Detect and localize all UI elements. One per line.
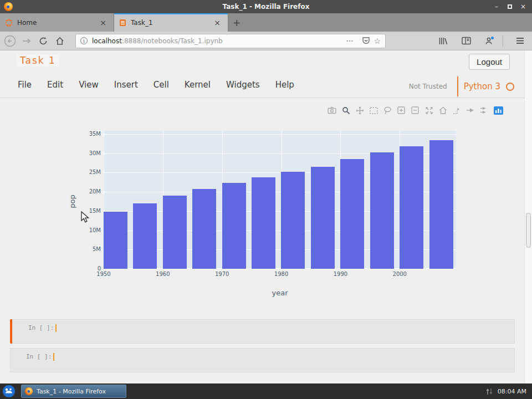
kernel-name: Python 3 [464, 81, 500, 91]
cell-prompt: In [ ]: [26, 353, 52, 360]
menu-item-view[interactable]: View [79, 80, 99, 90]
x-tick-label: 1970 [208, 271, 236, 277]
window-titlebar: Task_1 - Mozilla Firefox – × [0, 0, 532, 13]
plotly-modebar [327, 105, 503, 115]
trust-status-button[interactable]: Not Trusted [405, 80, 452, 93]
bar-1952[interactable] [104, 212, 127, 269]
clock: 08:04 AM [498, 388, 526, 395]
notebook-page: Task 1 Logout FileEditViewInsertCellKern… [0, 50, 532, 383]
scrollbar-thumb[interactable] [526, 213, 531, 248]
x-tick-label: 1950 [90, 271, 117, 277]
back-icon[interactable] [3, 34, 17, 48]
window-title: Task_1 - Mozilla Firefox [0, 3, 532, 11]
box-select-icon[interactable] [369, 105, 378, 115]
bar-2007[interactable] [429, 140, 453, 269]
cell-input-area[interactable]: In [ ]: [10, 348, 515, 372]
y-axis-title: pop [68, 195, 76, 208]
bar-1957[interactable] [133, 203, 157, 269]
cell-input-area[interactable]: In [ ]: [12, 319, 515, 344]
network-icon[interactable] [485, 388, 493, 395]
menu-item-insert[interactable]: Insert [114, 80, 138, 90]
notebook-title[interactable]: Task 1 [17, 54, 59, 66]
x-tick-label: 1990 [326, 271, 354, 277]
close-tab-icon[interactable]: × [212, 18, 223, 27]
bar-1967[interactable] [192, 189, 216, 269]
menu-item-widgets[interactable]: Widgets [226, 80, 260, 90]
close-icon[interactable]: × [519, 3, 527, 11]
bar-1992[interactable] [340, 159, 364, 269]
desktop-taskbar: Task_1 - Mozilla Firefox 08:04 AM [0, 383, 532, 399]
jupyter-planet-icon [5, 19, 13, 27]
x-axis-title: year [258, 289, 302, 297]
bar-1987[interactable] [311, 167, 335, 269]
menu-item-help[interactable]: Help [275, 80, 294, 90]
plotly-logo-icon[interactable] [493, 105, 503, 115]
bar-1962[interactable] [163, 196, 187, 269]
mouse-cursor [81, 211, 90, 223]
kernel-idle-icon [506, 83, 514, 91]
notebook-menubar: FileEditViewInsertCellKernelWidgetsHelp [18, 80, 294, 90]
camera-icon[interactable] [327, 105, 337, 115]
toolbar-separator [503, 35, 503, 47]
sidebars-icon[interactable] [459, 34, 473, 48]
tab-home[interactable]: Home × [0, 13, 114, 32]
forward-icon[interactable] [20, 34, 33, 48]
bar-1972[interactable] [222, 183, 246, 269]
url-text: localhost:8888/notebooks/Task_1.ipynb [92, 37, 223, 45]
hover-compare-icon[interactable] [479, 105, 489, 115]
browser-toolbar: i localhost:8888/notebooks/Task_1.ipynb … [0, 32, 532, 50]
page-actions-icon[interactable]: ⋯ [346, 37, 354, 45]
taskbar-window-button[interactable]: Task_1 - Mozilla Firefox [21, 385, 126, 398]
code-cell[interactable]: In [ ]: [10, 348, 515, 372]
menu-item-kernel[interactable]: Kernel [185, 80, 211, 90]
hover-closest-icon[interactable] [466, 105, 475, 115]
menu-item-file[interactable]: File [18, 80, 32, 90]
y-tick-label: 5M [68, 246, 101, 252]
autoscale-icon[interactable] [424, 105, 434, 115]
spikelines-icon[interactable] [452, 105, 462, 115]
menu-item-cell[interactable]: Cell [154, 80, 169, 90]
x-tick-label: 1980 [268, 271, 295, 277]
code-cell[interactable]: In [ ]: [10, 319, 515, 344]
logout-button[interactable]: Logout [469, 54, 510, 70]
minimize-icon[interactable]: – [493, 3, 500, 11]
page-scrollbar[interactable] [524, 50, 532, 383]
zoom-in-icon[interactable] [396, 105, 406, 115]
url-bar[interactable]: i localhost:8888/notebooks/Task_1.ipynb … [75, 34, 386, 48]
menu-hamburger-icon[interactable] [513, 34, 526, 48]
applications-menu-icon[interactable] [3, 385, 15, 397]
y-tick-label: 25M [68, 169, 101, 175]
account-icon[interactable] [483, 34, 496, 48]
y-tick-label: 30M [68, 150, 101, 156]
tab-task1[interactable]: Task_1 × [114, 13, 228, 32]
maximize-icon[interactable] [506, 3, 514, 11]
tab-label: Home [17, 19, 98, 27]
library-icon[interactable] [436, 34, 449, 48]
reload-icon[interactable] [37, 34, 50, 48]
pan-icon[interactable] [355, 105, 365, 115]
new-tab-button[interactable]: + [228, 13, 245, 32]
bar-2002[interactable] [400, 146, 423, 269]
y-tick-label: 20M [68, 188, 101, 195]
site-info-icon[interactable]: i [80, 37, 88, 44]
notebook-file-icon [119, 19, 126, 27]
firefox-icon [25, 387, 33, 395]
cell-prompt: In [ ]: [28, 324, 54, 331]
zoom-out-icon[interactable] [410, 105, 420, 115]
header-divider [0, 98, 524, 98]
bar-1997[interactable] [370, 152, 394, 269]
bar-1977[interactable] [252, 177, 275, 269]
home-icon[interactable] [53, 34, 66, 48]
menu-item-edit[interactable]: Edit [47, 80, 63, 90]
pocket-icon[interactable] [359, 34, 372, 48]
reset-axes-icon[interactable] [438, 105, 448, 115]
bookmark-star-icon[interactable]: ☆ [374, 37, 381, 45]
text-caret [55, 324, 57, 332]
y-gridline [103, 134, 456, 135]
bar-1982[interactable] [281, 172, 305, 269]
plot-area[interactable] [103, 131, 456, 269]
close-tab-icon[interactable]: × [98, 18, 109, 27]
zoom-icon[interactable] [341, 105, 351, 115]
lasso-select-icon[interactable] [382, 105, 392, 115]
x-tick-label: 1960 [149, 271, 177, 277]
